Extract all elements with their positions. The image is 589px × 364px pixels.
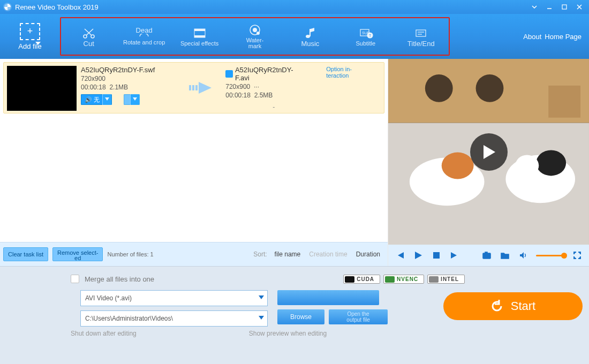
preview-pane <box>388 59 589 266</box>
browse-button[interactable]: Browse <box>277 309 324 324</box>
volume-slider[interactable] <box>536 255 564 256</box>
svg-rect-35 <box>485 252 487 253</box>
open-folder-button[interactable] <box>500 250 510 261</box>
svg-point-8 <box>256 32 260 35</box>
open-output-button[interactable]: Open the output file <box>329 309 388 324</box>
gpu-nvenc-badge[interactable]: NVENC <box>383 275 424 284</box>
svg-rect-15 <box>416 30 426 36</box>
tool-title-end[interactable]: Title/End <box>394 18 449 55</box>
svg-point-24 <box>476 74 504 102</box>
fullscreen-button[interactable] <box>572 250 583 261</box>
about-link[interactable]: About <box>523 33 541 41</box>
gpu-badges: CUDA NVENC INTEL <box>343 275 465 284</box>
prev-button[interactable] <box>395 250 405 261</box>
sort-label: Sort: <box>253 251 267 258</box>
svg-point-30 <box>536 150 566 176</box>
tool-rotate-label: Rotate and crop <box>123 40 165 46</box>
app-logo-icon <box>3 3 12 11</box>
bottom-panel: Merge all files into one CUDA NVENC INTE… <box>0 266 589 364</box>
audio-chip[interactable]: 🔊 无 <box>81 94 112 105</box>
second-chip[interactable] <box>124 94 140 105</box>
merge-label: Merge all files into one <box>85 275 154 283</box>
tool-music[interactable]: Music <box>283 18 338 55</box>
tool-effects-label: Special effects <box>180 41 218 47</box>
file-list: A52IuQRyR2tnDY-F.swf 720x900 00:00:18 2.… <box>0 59 388 242</box>
video-preview[interactable] <box>388 59 589 245</box>
source-thumbnail <box>7 66 77 111</box>
titlebar: Renee Video Toolbox 2019 <box>0 0 589 14</box>
tool-cut[interactable]: Cut <box>61 18 116 55</box>
add-file-icon: + <box>20 23 40 40</box>
output-format-label <box>6 293 71 301</box>
svg-point-31 <box>515 155 539 177</box>
tool-subtitle-label: Subtitle <box>356 41 375 47</box>
tool-subtitle[interactable]: SUBT Subtitle <box>338 18 393 55</box>
play-overlay-icon[interactable] <box>470 133 508 171</box>
sort-duration[interactable]: Duration <box>356 251 380 258</box>
scissors-icon <box>81 27 96 40</box>
start-button[interactable]: Start <box>443 292 583 320</box>
tool-music-label: Music <box>301 41 319 47</box>
play-button[interactable] <box>413 250 424 261</box>
homepage-link[interactable]: Home Page <box>545 33 582 41</box>
close-button[interactable] <box>573 2 586 12</box>
option-interaction-link[interactable]: Option in- teraction <box>326 66 352 110</box>
output-format-select[interactable]: AVI Video (*.avi) <box>80 290 268 306</box>
tool-watermark-label: Water- mark <box>246 37 264 49</box>
rotate-icon <box>137 34 152 39</box>
preview-controls <box>388 245 589 266</box>
target-dur-size: 00:00:18 2.5MB <box>225 92 306 99</box>
list-footer: Clear task list Remove select- ed Number… <box>0 242 388 266</box>
svg-point-34 <box>485 254 488 257</box>
svg-point-28 <box>442 153 474 179</box>
sort-filename[interactable]: file name <box>275 251 301 258</box>
tool-watermark[interactable]: Water- mark <box>227 18 282 55</box>
svg-rect-18 <box>189 85 191 90</box>
subtitle-icon: SUBT <box>358 27 373 40</box>
svg-rect-0 <box>562 5 567 9</box>
dropdown-icon[interactable] <box>528 2 541 12</box>
gpu-cuda-badge[interactable]: CUDA <box>343 275 380 284</box>
svg-point-9 <box>306 35 310 38</box>
svg-rect-20 <box>195 85 198 90</box>
merge-checkbox[interactable] <box>71 275 79 283</box>
clear-task-list-button[interactable]: Clear task list <box>3 247 48 261</box>
svg-rect-4 <box>194 29 205 31</box>
remove-selected-button[interactable]: Remove select- ed <box>52 247 103 261</box>
svg-rect-32 <box>433 252 440 259</box>
svg-rect-10 <box>309 29 311 36</box>
maximize-button[interactable] <box>558 2 571 12</box>
file-row[interactable]: A52IuQRyR2tnDY-F.swf 720x900 00:00:18 2.… <box>3 62 384 113</box>
gpu-intel-badge[interactable]: INTEL <box>427 275 465 284</box>
add-file-button[interactable]: + Add file <box>0 14 60 59</box>
about-home-links: About Home Page <box>523 33 582 41</box>
tool-rotate-crop[interactable]: Dead Rotate and crop <box>116 18 171 55</box>
shutdown-checkbox-row[interactable]: Shut down after editing <box>71 330 137 337</box>
tool-rotate-sup: Dead <box>136 27 153 33</box>
svg-point-23 <box>425 74 453 102</box>
target-dash: - <box>273 103 275 111</box>
svg-rect-25 <box>548 86 580 118</box>
svg-rect-5 <box>194 35 205 37</box>
edit-icon[interactable] <box>225 70 233 78</box>
target-filename: A52IuQRyR2tnDY-F.avi <box>225 66 306 82</box>
tool-cut-label: Cut <box>84 41 94 47</box>
chevron-down-icon <box>35 41 41 46</box>
output-folder-select[interactable]: C:\Users\Administrator\Videos\ <box>80 310 268 327</box>
stop-button[interactable] <box>431 250 442 261</box>
minimize-button[interactable] <box>543 2 556 12</box>
start-label: Start <box>511 299 535 313</box>
target-dimensions: 720x900 ··· <box>225 83 306 90</box>
target-meta: A52IuQRyR2tnDY-F.avi 720x900 ··· 00:00:1… <box>225 66 306 110</box>
source-meta: A52IuQRyR2tnDY-F.swf 720x900 00:00:18 2.… <box>81 66 155 110</box>
refresh-icon <box>490 300 503 313</box>
next-button[interactable] <box>449 250 460 261</box>
volume-button[interactable] <box>518 250 528 261</box>
tool-effects[interactable]: Special effects <box>172 18 227 55</box>
options-button[interactable] <box>277 290 379 305</box>
source-dur-size: 00:00:18 2.1MB <box>81 84 155 91</box>
snapshot-button[interactable] <box>481 250 492 261</box>
preview-checkbox-row[interactable]: Show preview when editing <box>249 330 327 337</box>
sort-creation-time[interactable]: Creation time <box>309 251 347 258</box>
file-count-label: Number of files: 1 <box>107 251 153 257</box>
